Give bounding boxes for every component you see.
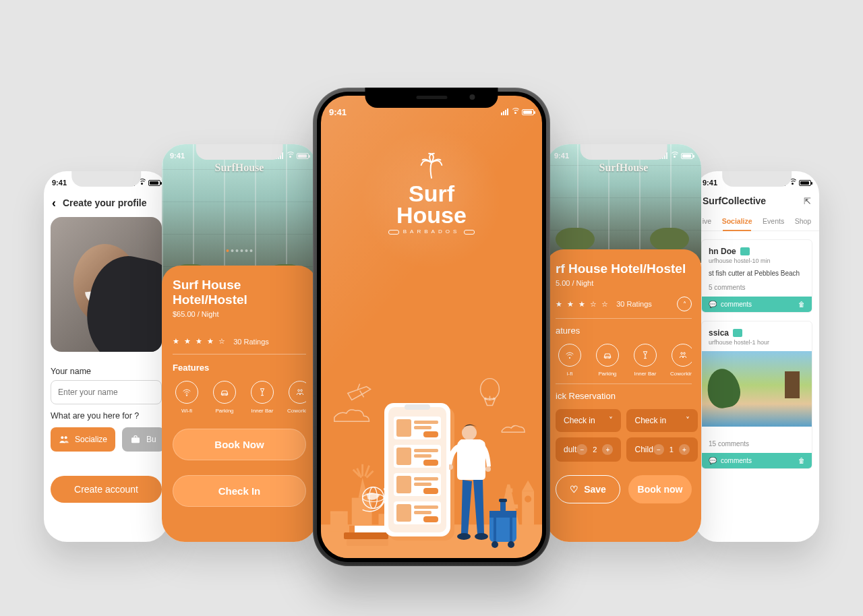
features-row: Wi-fi Parking Inner Bar Coworking Po [173,381,306,414]
post-meta: urfhouse hostel-1 hour [709,339,805,346]
glass-icon [251,381,274,404]
hotel-title: rf House Hotel/Hostel [556,261,692,276]
svg-point-6 [298,390,300,392]
glass-icon [634,344,657,367]
splash-illustration [321,315,542,558]
stars-icon: ★ ★ ★ ☆ ☆ [556,300,609,309]
wifi-icon [175,381,198,404]
phone-illustration [384,403,458,545]
carousel-dots[interactable] [227,249,253,252]
svg-rect-51 [414,505,438,509]
chip-business[interactable]: Bu [122,427,165,452]
checkin-date-select[interactable]: Check in˅ [556,409,621,432]
people-icon [672,344,692,367]
back-icon[interactable]: ‹ [52,197,56,209]
feature-parking: Parking [210,381,239,414]
building-sign: SurfHouse [215,162,264,174]
page-title: Create your profile [63,197,146,208]
plus-icon[interactable]: + [602,444,613,455]
heart-icon: ♡ [570,484,578,495]
post-text: st fish cutter at Pebbles Beach [709,270,805,277]
svg-point-56 [485,466,491,472]
people-icon [289,381,306,404]
create-account-button[interactable]: Create account [51,476,162,503]
feature-coworking: Coworking [286,381,306,414]
comments-count: 5 comments [709,284,805,291]
svg-rect-63 [494,511,496,542]
briefcase-icon [130,434,141,445]
brand-subtitle: BARBADOS [376,228,487,235]
svg-rect-46 [414,477,438,481]
child-stepper[interactable]: Child−1+ [626,437,697,462]
social-feed-screen: 9:41 SurfCollective ⇱ ive Socialize Even… [694,171,819,542]
book-now-button[interactable]: Book now [628,475,692,503]
svg-rect-16 [506,489,512,493]
suitcase-illustration [488,499,522,549]
post-card: hn Doe urfhouse hostel-10 min st fish cu… [701,239,812,313]
wifi-icon [558,344,581,367]
svg-point-65 [492,541,498,548]
svg-point-1 [65,436,67,439]
comments-count: 15 comments [709,440,805,448]
svg-rect-64 [510,511,512,542]
svg-rect-2 [131,437,140,443]
svg-rect-38 [423,431,438,437]
profile-screen: 9:41 ‹ Create your profile Your name Ent… [44,171,169,542]
name-input[interactable]: Enter your name [51,380,162,404]
plus-icon[interactable]: + [679,444,690,455]
svg-rect-29 [349,526,355,532]
post-author: ssica [709,328,729,338]
minus-icon[interactable]: − [653,444,664,455]
svg-point-0 [61,436,63,439]
hotel-listing-screen: 9:41 SurfHouse Surf House Hotel/Hostel $… [162,144,317,542]
comments-bar[interactable]: 💬comments 🗑 [702,297,812,312]
svg-rect-26 [347,539,388,546]
hotel-price: 5.00 / Night [556,279,692,287]
chevron-down-icon: ˅ [609,416,613,425]
post-meta: urfhouse hostel-10 min [709,257,805,264]
hotel-title: Surf House Hotel/Hostel [173,278,306,307]
comments-bar[interactable]: 💬comments 🗑 [702,453,812,468]
svg-rect-52 [414,511,432,514]
chat-icon: 💬 [709,457,717,464]
share-icon[interactable]: ⇱ [804,196,811,206]
svg-point-55 [449,464,453,470]
chevron-up-icon[interactable]: ˄ [677,297,692,311]
status-time: 9:41 [52,179,67,187]
chip-socialize-label: Socialize [75,435,107,444]
hotel-hero-image: 9:41 SurfHouse [546,144,701,263]
status-time: 9:41 [329,107,347,117]
palm-tree-icon [416,150,447,181]
trash-icon[interactable]: 🗑 [798,457,805,464]
tab-bar: ive Socialize Events Shop [694,209,819,231]
reservation-screen: 9:41 SurfHouse rf House Hotel/Hostel 5.0… [546,144,701,542]
tab-events[interactable]: Events [760,214,787,230]
svg-rect-37 [414,426,432,429]
svg-rect-43 [423,460,438,466]
svg-rect-53 [423,516,438,522]
svg-rect-35 [396,419,411,437]
trash-icon[interactable]: 🗑 [798,301,805,308]
checkout-date-select[interactable]: Check in˅ [626,409,697,432]
adult-stepper[interactable]: dult−2+ [556,437,621,462]
post-author: hn Doe [709,247,736,256]
post-card: ssica urfhouse hostel-1 hour 15 comments… [701,321,812,469]
minus-icon[interactable]: − [576,444,587,455]
book-now-button[interactable]: Book Now [173,429,306,460]
chip-business-label: Bu [146,435,156,444]
svg-rect-50 [396,504,411,522]
tab-shop[interactable]: Shop [792,214,814,230]
tab-socialize[interactable]: Socialize [719,214,755,230]
features-title: Features [173,363,306,373]
tab-live[interactable]: ive [700,214,714,230]
svg-rect-40 [396,448,411,465]
post-photo[interactable] [702,351,812,427]
profile-photo[interactable] [51,217,162,352]
save-button[interactable]: ♡Save [556,475,620,503]
svg-rect-27 [344,532,388,539]
chip-socialize[interactable]: Socialize [51,427,115,452]
check-in-button[interactable]: Check In [173,475,306,507]
name-label: Your name [51,367,162,376]
car-icon [596,344,619,367]
svg-rect-48 [423,488,438,494]
